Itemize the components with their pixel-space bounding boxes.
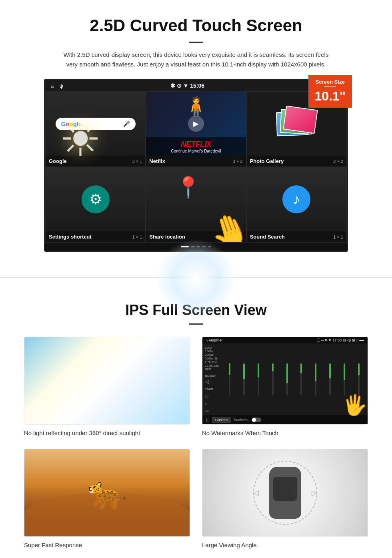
amp-home-icon: ⌂ Amplifier xyxy=(206,338,222,342)
sound-label-row: Sound Search 1 × 1 xyxy=(247,231,346,242)
eq-bars: 🖐 xyxy=(223,346,365,413)
settings-app-size: 1 × 1 xyxy=(132,235,142,239)
status-bar: ⌂ ψ ✱ ⊙ ▼ 15:06 ⊡ ◁) ⊠ □ xyxy=(45,80,347,91)
netflix-subtitle: Continue Marvel's Daredevil xyxy=(150,149,242,153)
sound-app-name: Sound Search xyxy=(250,234,285,240)
amplifier-image: ⌂ Amplifier ☰ ··· ♥ ▼ 17:33 ⊡ ◁) ⊠ □ ⟵ 6… xyxy=(202,337,368,425)
page: 2.5D Curved Touch Screen With 2.5D curve… xyxy=(0,0,392,557)
share-app-content: 📍 xyxy=(146,167,246,231)
section1-title: 2.5D Curved Touch Screen xyxy=(24,16,368,35)
eq-bar-5 xyxy=(280,363,294,395)
amp-labels: 60hz 100hz 200hz 500hz 1k 2.5k 10k 12.5k… xyxy=(205,346,221,413)
google-mic-icon[interactable]: 🎤 xyxy=(123,120,130,127)
amp-status-bar: ⌂ Amplifier ☰ ··· ♥ ▼ 17:33 ⊡ ◁) ⊠ □ ⟵ xyxy=(202,337,368,343)
settings-bg: ⚙ xyxy=(46,167,145,231)
bluetooth-icon: ✱ xyxy=(170,82,175,89)
amp-custom-button[interactable]: Custom xyxy=(212,417,231,423)
eq-bar-6 xyxy=(295,363,308,395)
gallery-app-name: Photo Gallery xyxy=(250,158,284,164)
eq-bar-1 xyxy=(223,363,236,395)
eq-bar-8 xyxy=(324,363,337,395)
car-image: ◁ ▷ xyxy=(202,449,368,537)
sound-note-icon: ♪ xyxy=(293,191,300,208)
share-bg: 📍 xyxy=(146,167,246,231)
sound-icon-circle: ♪ xyxy=(282,185,310,213)
angle-feature: ◁ ▷ Large Viewing Angle xyxy=(202,449,368,549)
settings-app-content: ⚙ xyxy=(46,167,145,231)
netflix-logo: NETFLIX xyxy=(150,140,242,149)
netflix-overlay: NETFLIX Continue Marvel's Daredevil xyxy=(146,137,246,156)
photo-item-3 xyxy=(283,106,318,134)
share-app-name: Share location xyxy=(149,234,185,240)
badge-divider xyxy=(324,86,336,87)
location-icon: ⊙ xyxy=(177,82,182,89)
eq-bar-7 xyxy=(309,363,322,395)
screen-size-badge: Screen Size 10.1" xyxy=(308,75,352,108)
sound-bg: ♪ xyxy=(247,167,346,231)
sunlight-image: ☀ xyxy=(24,337,190,425)
settings-app-name: Settings shortcut xyxy=(49,234,92,240)
eq-bar-4 xyxy=(266,363,279,395)
status-center: ✱ ⊙ ▼ 15:06 xyxy=(170,82,204,89)
usb-icon: ψ xyxy=(60,83,63,89)
netflix-app-size: 3 × 2 xyxy=(233,159,243,164)
settings-app-cell[interactable]: ⚙ Settings shortcut 1 × 1 xyxy=(45,167,146,243)
google-app-size: 3 × 1 xyxy=(132,159,142,164)
sound-app-cell[interactable]: ♪ Sound Search 1 × 1 xyxy=(246,167,347,243)
hand-on-eq-icon: 🖐 xyxy=(342,393,367,417)
status-left: ⌂ ψ xyxy=(51,83,63,89)
title-divider xyxy=(189,42,203,43)
share-app-cell[interactable]: 📍 Share location 1 × 1 🤚 xyxy=(146,167,246,243)
amp-freq-label: 60hz 100hz 200hz 500hz 1k 2.5k 10k 12.5k… xyxy=(205,346,221,371)
badge-size: 10.1" xyxy=(315,89,346,104)
sunlight-feature: ☀ No light reflecting under 360° direct … xyxy=(24,337,190,437)
photo-stack: 🌸 xyxy=(276,108,316,140)
gallery-app-size: 2 × 2 xyxy=(333,159,343,164)
fast-label: Super Fast Response xyxy=(24,542,82,548)
share-app-size: 1 × 1 xyxy=(233,235,243,239)
eq-bar-group xyxy=(223,363,365,395)
settings-gear-icon: ⚙ xyxy=(89,191,102,208)
amp-eq-content: 60hz 100hz 200hz 500hz 1k 2.5k 10k 12.5k… xyxy=(202,343,368,415)
sunlight-label: No light reflecting under 360° direct su… xyxy=(24,430,140,436)
features-grid: ☀ No light reflecting under 360° direct … xyxy=(24,337,368,549)
fast-feature: 🐆 Super Fast Response xyxy=(24,449,190,549)
maps-icon: 📍 xyxy=(175,175,201,200)
badge-label: Screen Size xyxy=(315,79,346,85)
amp-balance-label: Balance xyxy=(205,374,221,378)
home-icon[interactable]: ⌂ xyxy=(51,83,54,89)
watermarks-label: No Watermarks When Touch xyxy=(202,430,278,436)
eq-bar-10 xyxy=(352,363,365,395)
netflix-label-row: Netflix 3 × 2 xyxy=(146,156,246,167)
gallery-label-row: Photo Gallery 2 × 2 xyxy=(247,156,346,167)
eq-bar-9 xyxy=(338,363,351,395)
amp-prev-icon[interactable]: ⟨⟨ xyxy=(206,418,209,422)
amp-fader-label: Fader xyxy=(205,387,221,391)
signal-icon: ▼ xyxy=(183,82,189,89)
car-visual: ◁ ▷ xyxy=(202,449,368,536)
watermarks-feature: ⌂ Amplifier ☰ ··· ♥ ▼ 17:33 ⊡ ◁) ⊠ □ ⟵ 6… xyxy=(202,337,368,437)
time-display: 15:06 xyxy=(190,82,204,89)
amp-volume-icon: ◁) xyxy=(205,379,221,384)
sound-app-size: 1 × 1 xyxy=(333,235,343,239)
cheetah-image: 🐆 xyxy=(24,449,190,537)
sound-app-content: ♪ xyxy=(247,167,346,231)
amp-loudness-toggle[interactable] xyxy=(252,417,261,422)
netflix-thumb: 🧍 ▶ NETFLIX Continue Marvel's Daredevil xyxy=(146,92,246,156)
eq-bar-2 xyxy=(238,363,251,395)
netflix-app-cell[interactable]: 🧍 ▶ NETFLIX Continue Marvel's Daredevil … xyxy=(146,91,246,167)
section1-description: With 2.5D curved-display screen, this de… xyxy=(60,50,332,69)
netflix-app-content: 🧍 ▶ NETFLIX Continue Marvel's Daredevil xyxy=(146,92,246,156)
amp-loudness-label: loudness xyxy=(234,418,248,422)
eq-bar-3 xyxy=(252,363,265,395)
amplifier-visual: ⌂ Amplifier ☰ ··· ♥ ▼ 17:33 ⊡ ◁) ⊠ □ ⟵ 6… xyxy=(202,337,368,424)
app-grid-row2: ⚙ Settings shortcut 1 × 1 xyxy=(45,167,347,243)
ips-divider xyxy=(189,323,203,325)
netflix-app-name: Netflix xyxy=(149,158,165,164)
angle-label: Large Viewing Angle xyxy=(202,542,257,548)
settings-label-row: Settings shortcut 1 × 1 xyxy=(46,231,145,242)
amp-icons: ☰ ··· ♥ ▼ 17:33 ⊡ ◁) ⊠ □ ⟵ xyxy=(317,338,364,342)
daredevil-figure: 🧍 xyxy=(146,96,246,119)
sunlight-visual: ☀ xyxy=(24,337,190,424)
cheetah-visual: 🐆 xyxy=(24,449,190,536)
